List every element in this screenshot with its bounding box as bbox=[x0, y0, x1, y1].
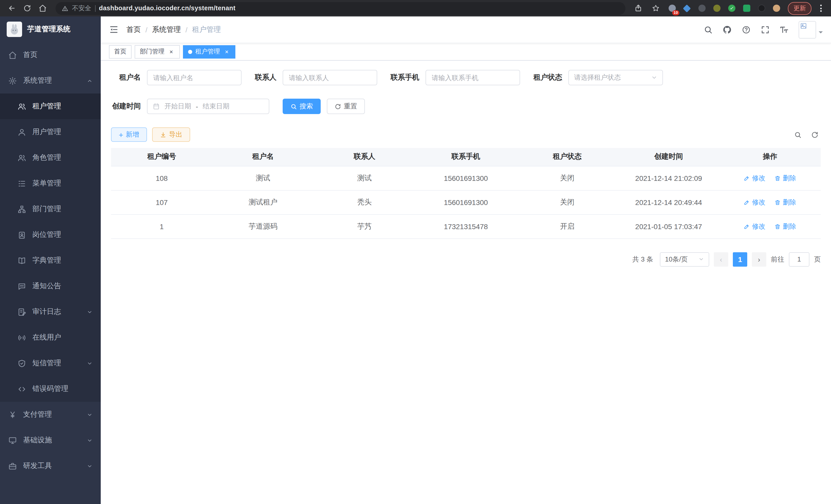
users-icon bbox=[18, 102, 26, 111]
address-bar[interactable]: 不安全 dashboard.yudao.iocoder.cn/system/te… bbox=[56, 2, 625, 14]
sidebar-item-post[interactable]: 岗位管理 bbox=[0, 222, 101, 248]
extension-icon[interactable] bbox=[711, 3, 722, 13]
sidebar-item-payment[interactable]: 支付管理 bbox=[0, 402, 101, 427]
reload-icon[interactable] bbox=[21, 2, 34, 15]
edit-button[interactable]: 修改 bbox=[744, 222, 766, 231]
sidebar-menu: 首页 系统管理 租户管理 用户管理 bbox=[0, 42, 101, 479]
pagination-total: 共 3 条 bbox=[632, 255, 653, 264]
extension-icon[interactable]: 10 bbox=[666, 3, 677, 13]
code-icon bbox=[18, 385, 26, 393]
share-icon[interactable] bbox=[632, 2, 645, 15]
search-icon[interactable] bbox=[704, 25, 713, 34]
delete-button[interactable]: 删除 bbox=[775, 198, 796, 207]
export-button[interactable]: 导出 bbox=[152, 127, 190, 142]
sidebar-item-infrastructure[interactable]: 基础设施 bbox=[0, 427, 101, 453]
help-icon[interactable] bbox=[742, 25, 751, 34]
page-size-select[interactable]: 10条/页 bbox=[660, 252, 709, 266]
chrome-update-button[interactable]: 更新 bbox=[788, 2, 811, 14]
url-text[interactable]: dashboard.yudao.iocoder.cn/system/tenant bbox=[99, 5, 235, 12]
edit-icon bbox=[744, 223, 750, 229]
page-size-value: 10条/页 bbox=[665, 255, 688, 264]
cell-tenant-name: 测试租户 bbox=[212, 190, 314, 214]
edit-button[interactable]: 修改 bbox=[744, 198, 766, 207]
sidebar-item-error-code[interactable]: 错误码管理 bbox=[0, 376, 101, 402]
phone-input[interactable] bbox=[426, 70, 520, 85]
sidebar-item-home[interactable]: 首页 bbox=[0, 42, 101, 68]
sidebar-item-menu[interactable]: 菜单管理 bbox=[0, 171, 101, 196]
back-icon[interactable] bbox=[5, 2, 19, 15]
user-avatar[interactable] bbox=[799, 21, 823, 38]
yen-icon bbox=[8, 410, 17, 419]
sidebar-item-dept[interactable]: 部门管理 bbox=[0, 196, 101, 222]
security-label[interactable]: 不安全 bbox=[72, 4, 91, 12]
sidebar-item-dict[interactable]: 字典管理 bbox=[0, 248, 101, 273]
goto-page-input[interactable] bbox=[789, 252, 809, 266]
table-row: 108 测试 测试 15601691300 关闭 2021-12-14 21:0… bbox=[111, 166, 821, 190]
sidebar-item-label: 角色管理 bbox=[32, 153, 61, 162]
tenant-status-select[interactable]: 请选择租户状态 bbox=[568, 70, 663, 85]
app-logo[interactable]: 芋道管理系统 bbox=[0, 17, 101, 42]
extension-icon[interactable]: ✓ bbox=[726, 3, 737, 13]
edit-icon bbox=[744, 199, 750, 205]
add-button-label: 新增 bbox=[126, 130, 139, 139]
tab-tenant-management[interactable]: 租户管理 × bbox=[183, 45, 235, 58]
menu-kebab-icon[interactable] bbox=[815, 3, 826, 14]
prev-page-button[interactable]: ‹ bbox=[714, 252, 728, 266]
reset-button[interactable]: 重置 bbox=[327, 99, 365, 114]
sidebar-item-system[interactable]: 系统管理 bbox=[0, 68, 101, 93]
sidebar: 芋道管理系统 首页 系统管理 租户管理 bbox=[0, 17, 101, 504]
sidebar-item-label: 基础设施 bbox=[23, 436, 52, 445]
sidebar-item-online-users[interactable]: 在线用户 bbox=[0, 325, 101, 350]
breadcrumb-item[interactable]: 首页 bbox=[126, 25, 141, 34]
tab-home[interactable]: 首页 bbox=[109, 45, 132, 58]
fullscreen-icon[interactable] bbox=[761, 25, 770, 34]
profile-glyph bbox=[773, 5, 780, 12]
sidebar-item-tenant[interactable]: 租户管理 bbox=[0, 93, 101, 119]
show-search-icon[interactable] bbox=[792, 129, 804, 141]
next-page-button[interactable]: › bbox=[752, 252, 766, 266]
sidebar-item-role[interactable]: 角色管理 bbox=[0, 145, 101, 171]
edit-button[interactable]: 修改 bbox=[744, 173, 766, 183]
delete-button[interactable]: 删除 bbox=[775, 222, 796, 231]
sidebar-item-label: 短信管理 bbox=[32, 359, 61, 368]
create-time-range-picker[interactable]: 开始日期 - 结束日期 bbox=[147, 99, 269, 114]
sidebar-fold-icon[interactable] bbox=[109, 25, 119, 34]
security-warning-icon bbox=[62, 5, 68, 11]
sidebar-item-notice[interactable]: 通知公告 bbox=[0, 273, 101, 299]
extension-badge: 10 bbox=[672, 10, 679, 15]
sidebar-item-label: 在线用户 bbox=[32, 333, 61, 342]
sidebar-item-sms[interactable]: 短信管理 bbox=[0, 350, 101, 376]
extension-icon[interactable] bbox=[741, 3, 752, 13]
font-size-icon[interactable] bbox=[780, 25, 789, 34]
cell-contact: 秃头 bbox=[314, 190, 415, 214]
download-icon bbox=[160, 131, 167, 138]
tab-dept-management[interactable]: 部门管理 × bbox=[135, 45, 180, 58]
sidebar-item-label: 通知公告 bbox=[32, 281, 61, 291]
sidebar-item-devtools[interactable]: 研发工具 bbox=[0, 453, 101, 479]
page-number-button[interactable]: 1 bbox=[733, 252, 747, 266]
close-icon[interactable]: × bbox=[168, 48, 175, 55]
browser-home-icon[interactable] bbox=[36, 2, 49, 15]
profile-avatar-icon[interactable] bbox=[771, 3, 782, 13]
bookmark-star-icon[interactable] bbox=[649, 2, 662, 15]
extension-icon[interactable] bbox=[696, 3, 707, 13]
calendar-icon bbox=[153, 103, 160, 110]
search-button[interactable]: 搜索 bbox=[283, 99, 321, 114]
contact-input[interactable] bbox=[283, 70, 377, 85]
close-icon[interactable]: × bbox=[223, 48, 230, 55]
add-button[interactable]: + 新增 bbox=[111, 127, 147, 142]
pagination: 共 3 条 10条/页 ‹ 1 › 前往 页 bbox=[111, 252, 821, 266]
extension-icon[interactable] bbox=[756, 3, 767, 13]
github-icon[interactable] bbox=[722, 25, 732, 34]
table-toolbar: + 新增 导出 bbox=[111, 127, 821, 142]
refresh-table-icon[interactable] bbox=[809, 129, 821, 141]
contact-label: 联系人 bbox=[255, 73, 283, 82]
extension-icon[interactable] bbox=[682, 3, 692, 13]
sidebar-item-audit-log[interactable]: 审计日志 bbox=[0, 299, 101, 325]
sidebar-item-user[interactable]: 用户管理 bbox=[0, 119, 101, 145]
delete-button[interactable]: 删除 bbox=[775, 173, 796, 183]
breadcrumb-item[interactable]: 系统管理 bbox=[152, 25, 181, 34]
cell-phone: 15601691300 bbox=[415, 166, 517, 190]
tenant-name-input[interactable] bbox=[147, 70, 241, 85]
status-label: 租户状态 bbox=[534, 73, 568, 82]
